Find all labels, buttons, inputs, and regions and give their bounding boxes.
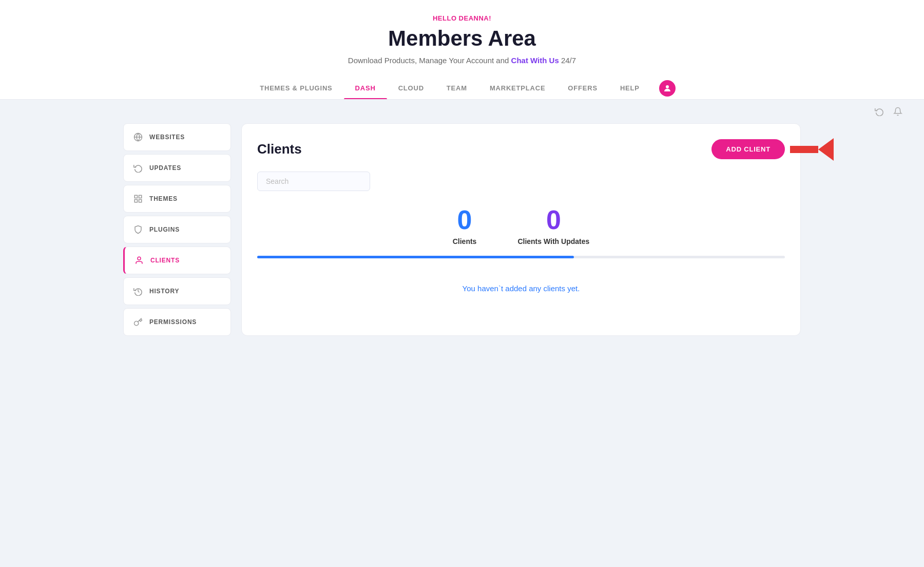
stat-clients-updates: 0 Clients With Updates [517, 206, 589, 245]
stat-clients: 0 Clients [453, 206, 477, 245]
content-title: Clients [257, 141, 302, 157]
sidebar-item-themes[interactable]: THEMES [123, 185, 231, 213]
subtitle-end: 24/7 [559, 56, 576, 65]
sidebar-item-label-updates: UPDATES [149, 164, 181, 172]
header-subtitle: Download Products, Manage Your Account a… [0, 56, 924, 65]
sidebar-item-label-themes: THEMES [149, 195, 178, 202]
nav-item-offers[interactable]: OFFERS [556, 77, 609, 99]
header: HELLO DEANNA! Members Area Download Prod… [0, 0, 924, 100]
content-area: Clients ADD CLIENT 0 Clients 0 Clients W… [241, 123, 801, 336]
nav-item-help[interactable]: HELP [609, 77, 651, 99]
subtitle-text: Download Products, Manage Your Account a… [348, 56, 511, 65]
globe-icon [133, 132, 143, 142]
main-nav: THEMES & PLUGINSDASHCLOUDTEAMMARKETPLACE… [0, 77, 924, 99]
clients-label: Clients [453, 237, 477, 245]
sidebar-item-label-clients: CLIENTS [150, 257, 180, 264]
sidebar-item-plugins[interactable]: PLUGINS [123, 216, 231, 243]
content-header: Clients ADD CLIENT [257, 139, 785, 159]
stats-row: 0 Clients 0 Clients With Updates [257, 206, 785, 245]
user-avatar[interactable] [659, 80, 676, 97]
clients-updates-label: Clients With Updates [517, 237, 589, 245]
sidebar-item-history[interactable]: HISTORY [123, 277, 231, 305]
empty-state: You haven`t added any clients yet. [257, 274, 785, 303]
svg-rect-3 [134, 195, 137, 198]
nav-item-marketplace[interactable]: MARKETPLACE [478, 77, 556, 99]
toolbar-row [0, 100, 924, 123]
add-client-button[interactable]: ADD CLIENT [711, 139, 785, 159]
arrow-head [818, 138, 834, 161]
refresh-icon [133, 163, 143, 173]
progress-fill [257, 256, 574, 258]
sidebar-item-label-plugins: PLUGINS [149, 226, 180, 233]
shield-icon [133, 224, 143, 235]
key-icon [133, 317, 143, 327]
nav-item-dash[interactable]: DASH [344, 77, 387, 99]
arrow-indicator [790, 138, 834, 161]
sidebar-item-updates[interactable]: UPDATES [123, 154, 231, 182]
search-input[interactable] [257, 172, 370, 191]
svg-rect-6 [139, 200, 142, 202]
page-title: Members Area [0, 26, 924, 51]
sidebar-item-websites[interactable]: WEBSITES [123, 123, 231, 151]
main-layout: WEBSITESUPDATESTHEMESPLUGINSCLIENTSHISTO… [103, 123, 821, 356]
clients-count: 0 [453, 206, 477, 233]
nav-item-themes-plugins[interactable]: THEMES & PLUGINS [248, 77, 343, 99]
empty-message: You haven`t added any clients yet. [267, 284, 775, 293]
refresh-icon[interactable] [874, 106, 885, 117]
nav-item-cloud[interactable]: CLOUD [387, 77, 435, 99]
bell-icon[interactable] [892, 106, 903, 117]
history-icon [133, 286, 143, 296]
arrow-body [790, 146, 818, 153]
sidebar-item-label-permissions: PERMISSIONS [149, 318, 197, 326]
svg-rect-4 [139, 195, 142, 198]
sidebar-item-label-websites: WEBSITES [149, 134, 185, 141]
sidebar-item-permissions[interactable]: PERMISSIONS [123, 308, 231, 336]
greeting: HELLO DEANNA! [0, 14, 924, 22]
nav-item-team[interactable]: TEAM [435, 77, 478, 99]
sidebar: WEBSITESUPDATESTHEMESPLUGINSCLIENTSHISTO… [123, 123, 231, 336]
svg-point-7 [138, 257, 141, 260]
svg-rect-5 [134, 200, 137, 202]
sidebar-item-clients[interactable]: CLIENTS [123, 247, 231, 274]
sidebar-item-label-history: HISTORY [149, 288, 179, 295]
clients-updates-count: 0 [517, 206, 589, 233]
progress-bar [257, 256, 785, 258]
person-icon [134, 255, 144, 266]
chat-link[interactable]: Chat With Us [511, 56, 559, 65]
grid-icon [133, 194, 143, 204]
svg-point-0 [666, 85, 669, 88]
